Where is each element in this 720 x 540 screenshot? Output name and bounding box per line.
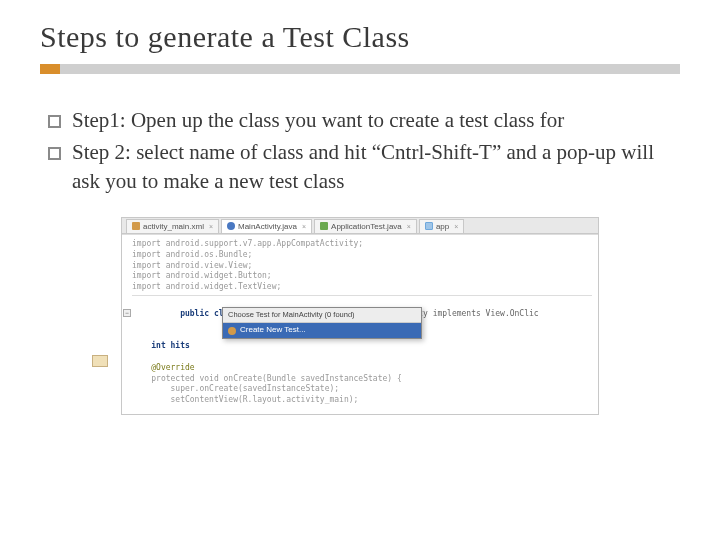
close-icon[interactable]: × <box>209 223 213 230</box>
create-new-test-item[interactable]: Create New Test... <box>223 323 421 338</box>
gutter-marker <box>92 355 108 367</box>
tab-label: app <box>436 222 449 231</box>
editor-tabs: activity_main.xml × MainActivity.java × … <box>122 218 598 234</box>
code-line <box>132 352 592 363</box>
code-line: int hits <box>132 341 592 352</box>
code-editor[interactable]: import android.support.v7.app.AppCompatA… <box>122 235 598 414</box>
code-line: setContentView(R.layout.activity_main); <box>132 395 592 406</box>
lightbulb-icon <box>228 327 236 335</box>
code-line: import android.os.Bundle; <box>132 250 592 261</box>
close-icon[interactable]: × <box>407 223 411 230</box>
tab-label: ApplicationTest.java <box>331 222 402 231</box>
ide-screenshot: activity_main.xml × MainActivity.java × … <box>121 217 599 415</box>
code-line: protected void onCreate(Bundle savedInst… <box>132 374 592 385</box>
tab-app[interactable]: app × <box>419 219 464 233</box>
tab-label: MainActivity.java <box>238 222 297 231</box>
slide-title: Steps to generate a Test Class <box>40 20 680 54</box>
code-line: import android.widget.TextView; <box>132 282 592 293</box>
code-line: import android.widget.Button; <box>132 271 592 282</box>
title-underline <box>40 64 680 74</box>
tab-activity-main-xml[interactable]: activity_main.xml × <box>126 219 219 233</box>
popup-title: Choose Test for MainActivity (0 found) <box>223 308 421 323</box>
bullet-item: Step1: Open up the class you want to cre… <box>46 106 680 134</box>
popup-item-label: Create New Test... <box>240 325 306 336</box>
code-line: super.onCreate(savedInstanceState); <box>132 384 592 395</box>
tab-application-test[interactable]: ApplicationTest.java × <box>314 219 417 233</box>
test-class-icon <box>320 222 328 230</box>
close-icon[interactable]: × <box>302 223 306 230</box>
choose-test-popup: Choose Test for MainActivity (0 found) C… <box>222 307 422 339</box>
tab-label: activity_main.xml <box>143 222 204 231</box>
code-line: import android.view.View; <box>132 261 592 272</box>
tab-main-activity[interactable]: MainActivity.java × <box>221 219 312 233</box>
module-icon <box>425 222 433 230</box>
java-class-icon <box>227 222 235 230</box>
code-line: @Override <box>132 363 592 374</box>
code-line: import android.support.v7.app.AppCompatA… <box>132 239 592 250</box>
close-icon[interactable]: × <box>454 223 458 230</box>
bullet-list: Step1: Open up the class you want to cre… <box>40 106 680 195</box>
fold-icon[interactable]: − <box>123 309 131 317</box>
xml-file-icon <box>132 222 140 230</box>
bullet-item: Step 2: select name of class and hit “Cn… <box>46 138 680 195</box>
